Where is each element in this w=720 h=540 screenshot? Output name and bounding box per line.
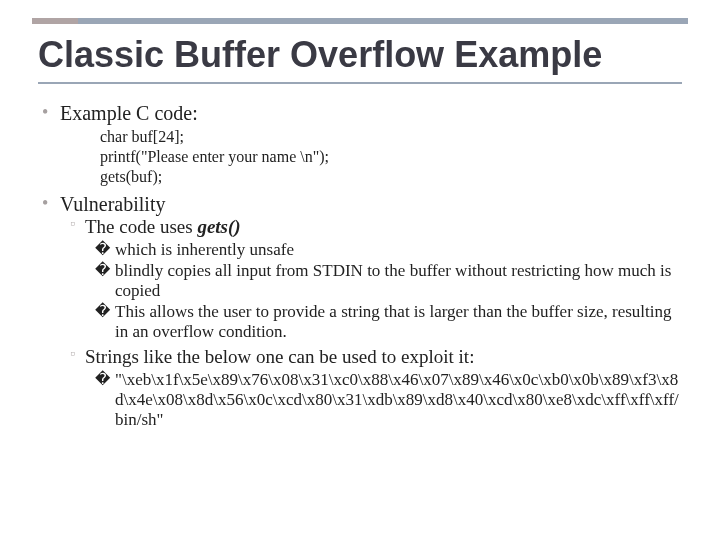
bullet-example-code: Example C code: char buf[24]; printf("Pl… bbox=[42, 102, 682, 187]
slide-title: Classic Buffer Overflow Example bbox=[38, 34, 682, 84]
code-line: char buf[24]; bbox=[100, 127, 682, 147]
bullet-vulnerability: Vulnerability The code uses gets() which… bbox=[42, 193, 682, 430]
bullet-label: Vulnerability bbox=[60, 193, 165, 215]
bullet-label: Example C code: bbox=[60, 102, 198, 124]
detail-list: which is inherently unsafe blindly copie… bbox=[85, 240, 682, 342]
code-block: char buf[24]; printf("Please enter your … bbox=[100, 127, 682, 187]
exploit-list: "\xeb\x1f\x5e\x89\x76\x08\x31\xc0\x88\x4… bbox=[85, 370, 682, 430]
detail-item: This allows the user to provide a string… bbox=[95, 302, 682, 342]
sub-bullet-exploit: Strings like the below one can be used t… bbox=[70, 346, 682, 430]
bullet-list: Example C code: char buf[24]; printf("Pl… bbox=[38, 102, 682, 430]
detail-item: blindly copies all input from STDIN to t… bbox=[95, 261, 682, 301]
function-name: gets() bbox=[197, 216, 240, 237]
sub-bullet-uses-gets: The code uses gets() which is inherently… bbox=[70, 216, 682, 342]
detail-item: which is inherently unsafe bbox=[95, 240, 682, 260]
exploit-string: "\xeb\x1f\x5e\x89\x76\x08\x31\xc0\x88\x4… bbox=[95, 370, 682, 430]
slide-content: Classic Buffer Overflow Example Example … bbox=[0, 0, 720, 430]
text-prefix: The code uses bbox=[85, 216, 197, 237]
code-line: printf("Please enter your name \n"); bbox=[100, 147, 682, 167]
decorative-top-bar bbox=[32, 18, 688, 24]
code-line: gets(buf); bbox=[100, 167, 682, 187]
sub-bullet-list: The code uses gets() which is inherently… bbox=[60, 216, 682, 430]
text: Strings like the below one can be used t… bbox=[85, 346, 474, 367]
